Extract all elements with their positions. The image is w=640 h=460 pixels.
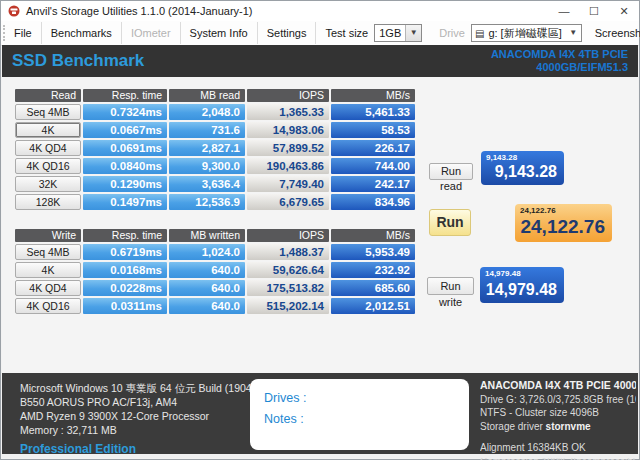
row-label-button[interactable]: 4K xyxy=(15,262,81,278)
write-table-row: 4K0.0168ms640.059,626.64232.92 xyxy=(15,262,415,278)
mb-cell: 9,300.0 xyxy=(169,158,245,174)
resp-time-cell: 0.0691ms xyxy=(83,140,167,156)
column-header: MB/s xyxy=(331,89,415,102)
chevron-down-icon[interactable]: ▼ xyxy=(405,25,421,41)
page-title: SSD Benchmark xyxy=(12,51,144,71)
system-info-line: B550 AORUS PRO AC/F13j, AM4 xyxy=(20,395,261,409)
mbs-cell: 58.53 xyxy=(331,122,415,138)
column-header: Read xyxy=(15,89,81,102)
mb-cell: 640.0 xyxy=(169,280,245,296)
resp-time-cell: 0.0228ms xyxy=(83,280,167,296)
system-info-line: AMD Ryzen 9 3900X 12-Core Processor xyxy=(20,409,261,423)
row-label-button[interactable]: 4K QD16 xyxy=(15,158,81,174)
mb-cell: 640.0 xyxy=(169,262,245,278)
read-table-row: Seq 4MB0.7324ms2,048.01,365.335,461.33 xyxy=(15,104,415,120)
run-button[interactable]: Run xyxy=(429,209,471,236)
column-header: MB written xyxy=(169,229,245,242)
resp-time-cell: 0.0840ms xyxy=(83,158,167,174)
drive-info-block: ANACOMDA I4X 4TB PCIE 4000GB/EIFM Drive … xyxy=(480,379,636,460)
write-table-row: Seq 4MB0.6719ms1,024.01,488.375,953.49 xyxy=(15,244,415,260)
mb-cell: 2,827.1 xyxy=(169,140,245,156)
mbs-cell: 5,461.33 xyxy=(331,104,415,120)
mb-cell: 640.0 xyxy=(169,298,245,314)
drives-label: Drives : xyxy=(264,388,469,409)
storage-driver-line: Storage driver stornvme xyxy=(480,420,636,434)
maximize-button[interactable]: ☐ xyxy=(579,1,609,21)
iops-cell: 515,202.14 xyxy=(247,298,329,314)
row-label-button[interactable]: 4K QD4 xyxy=(15,280,81,296)
iops-cell: 7,749.40 xyxy=(247,176,329,192)
system-info-line: Memory : 32,711 MB xyxy=(20,423,261,437)
total-score-value: 24,122.76 xyxy=(520,216,605,238)
resp-time-cell: 0.0168ms xyxy=(83,262,167,278)
status-strip xyxy=(2,454,638,458)
device-name-line1: ANACOMDA I4X 4TB PCIE xyxy=(491,48,628,60)
test-size-label: Test size xyxy=(316,27,374,39)
test-size-value: 1GB xyxy=(375,27,405,39)
row-label-button[interactable]: 4K xyxy=(15,122,81,138)
run-read-button[interactable]: Run read xyxy=(429,163,473,180)
row-label-button[interactable]: 32K xyxy=(15,176,81,192)
mbs-cell: 744.00 xyxy=(331,158,415,174)
column-header: Resp. time xyxy=(83,229,167,242)
write-results-table: WriteResp. timeMB writtenIOPSMB/sSeq 4MB… xyxy=(15,229,415,316)
mbs-cell: 834.96 xyxy=(331,194,415,210)
column-header: Resp. time xyxy=(83,89,167,102)
drive-select[interactable]: ▤ g: [新增磁碟區] ▼ xyxy=(471,24,582,42)
app-icon xyxy=(8,5,20,17)
mb-cell: 3,636.4 xyxy=(169,176,245,192)
write-score-box: 14,979.48 14,979.48 xyxy=(480,267,564,303)
write-table-row: 4K QD40.0228ms640.0175,513.82685.60 xyxy=(15,280,415,296)
mbs-cell: 2,012.51 xyxy=(331,298,415,314)
read-score-value: 9,143.28 xyxy=(495,163,557,181)
drives-notes-panel[interactable]: Drives : Notes : xyxy=(250,379,469,450)
chevron-down-icon[interactable]: ▼ xyxy=(566,25,581,41)
iops-cell: 14,983.06 xyxy=(247,122,329,138)
row-label-button[interactable]: 4K QD16 xyxy=(15,298,81,314)
row-label-button[interactable]: 4K QD4 xyxy=(15,140,81,156)
close-button[interactable]: ✕ xyxy=(609,1,639,21)
column-header: Write xyxy=(15,229,81,242)
minimize-button[interactable]: — xyxy=(549,1,579,21)
mbs-cell: 685.60 xyxy=(331,280,415,296)
storage-driver-label: Storage driver xyxy=(480,421,543,432)
menu-benchmarks[interactable]: Benchmarks xyxy=(42,22,122,44)
drive-icon: ▤ xyxy=(472,28,484,39)
menu-iometer: IOmeter xyxy=(122,22,181,44)
row-label-button[interactable]: 128K xyxy=(15,194,81,210)
drive-info-title: ANACOMDA I4X 4TB PCIE 4000GB/EIFM xyxy=(480,379,636,393)
iops-cell: 59,626.64 xyxy=(247,262,329,278)
read-header-row: ReadResp. timeMB readIOPSMB/s xyxy=(15,89,415,102)
spacer xyxy=(480,433,636,441)
resp-time-cell: 0.7324ms xyxy=(83,104,167,120)
drive-info-line: NTFS - Cluster size 4096B xyxy=(480,406,636,420)
iops-cell: 175,513.82 xyxy=(247,280,329,296)
app-window: Anvil's Storage Utilities 1.1.0 (2014-Ja… xyxy=(0,0,640,460)
row-label-button[interactable]: Seq 4MB xyxy=(15,244,81,260)
read-score-box: 9,143.28 9,143.28 xyxy=(481,151,564,185)
window-title: Anvil's Storage Utilities 1.1.0 (2014-Ja… xyxy=(26,5,549,17)
alignment-line: Alignment 16384KB OK xyxy=(480,441,636,455)
menu-settings[interactable]: Settings xyxy=(258,22,317,44)
write-header-row: WriteResp. timeMB writtenIOPSMB/s xyxy=(15,229,415,242)
iops-cell: 1,365.33 xyxy=(247,104,329,120)
read-score-small: 9,143.28 xyxy=(486,153,517,162)
column-header: MB read xyxy=(169,89,245,102)
test-size-select[interactable]: 1GB ▼ xyxy=(374,24,422,42)
menu-bar: File Benchmarks IOmeter System Info Sett… xyxy=(1,21,639,46)
run-write-button[interactable]: Run write xyxy=(427,277,474,295)
column-header: MB/s xyxy=(331,229,415,242)
resp-time-cell: 0.1290ms xyxy=(83,176,167,192)
menu-file[interactable]: File xyxy=(5,22,42,44)
menu-system-info[interactable]: System Info xyxy=(181,22,258,44)
iops-cell: 6,679.65 xyxy=(247,194,329,210)
main-area: ReadResp. timeMB readIOPSMB/sSeq 4MB0.73… xyxy=(2,77,638,373)
storage-driver-value: stornvme xyxy=(546,421,591,432)
iops-cell: 190,463.86 xyxy=(247,158,329,174)
drive-label: Drive xyxy=(430,27,471,39)
drive-info-line: Drive G: 3,726.0/3,725.8GB free (100.0%) xyxy=(480,393,636,407)
row-label-button[interactable]: Seq 4MB xyxy=(15,104,81,120)
iops-cell: 57,899.52 xyxy=(247,140,329,156)
menu-screenshot[interactable]: Screenshot xyxy=(586,22,640,44)
drive-value: g: [新增磁碟區] xyxy=(484,26,565,41)
